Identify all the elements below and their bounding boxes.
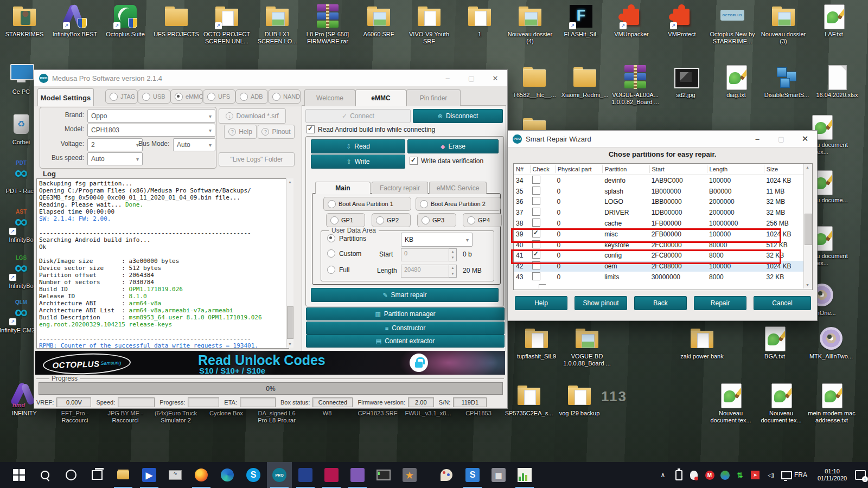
row-checkbox[interactable]	[532, 197, 540, 205]
brand-select[interactable]: Oppo	[87, 110, 215, 123]
taskbar-task-view[interactable]	[85, 462, 110, 488]
taskbar-app-star[interactable]: ★	[397, 462, 422, 488]
busmode-select[interactable]: Auto	[173, 138, 215, 151]
desktop-icon-vmunpacker[interactable]: ↗VMUnpacker	[607, 3, 656, 38]
write-verification-row[interactable]: Write data verification	[410, 157, 483, 165]
read-button[interactable]: ⇩Read	[311, 139, 405, 153]
speaker-icon[interactable]: ◁)	[763, 462, 778, 488]
tab-pin-finder[interactable]: Pin finder	[406, 89, 461, 106]
desktop-icon-tupflashit-sil9[interactable]: tupflashit_SiL9	[512, 325, 561, 360]
clock[interactable]: 01:1001/11/2020	[812, 462, 853, 488]
live-logs-folder-button[interactable]: "Live Logs" Folder	[219, 152, 295, 166]
desktop-icon-octoplus-new-by-starkrime[interactable]: OCTOPLUSOctoplus New by STARKRIME...	[708, 3, 757, 45]
write-verification-checkbox[interactable]	[410, 157, 418, 165]
log-output[interactable]: Backuping fsg partition...Opening C:/Pro…	[36, 178, 289, 349]
model-settings-tab[interactable]: Model Settings	[37, 88, 94, 106]
wizard-close-button[interactable]: ✕	[793, 131, 817, 147]
scroll-up-icon[interactable]: ▲	[286, 178, 293, 185]
desktop-icon-mein-modem-mac-addresse-txt[interactable]: mein modem mac addresse.txt	[807, 382, 856, 424]
start-field[interactable]: 0 ▲▼	[401, 248, 457, 261]
desktop-icon-a6060-srf[interactable]: A6060 SRF	[354, 3, 403, 38]
subtab-main[interactable]: Main	[315, 182, 371, 194]
column-header-start[interactable]: Start	[650, 165, 707, 173]
scroll-down-icon[interactable]: ▼	[286, 341, 293, 348]
table-row-DRIVER[interactable]: 370DRIVER1DB00000200000032 MB	[514, 207, 812, 218]
constructor-button[interactable]: ≡Constructor	[306, 322, 505, 335]
desktop-icon-xiaomi-redmi[interactable]: Xiaomi_Redmi_...	[560, 64, 609, 99]
taskbar-media-player[interactable]: ▶	[137, 462, 162, 488]
log-scrollbar[interactable]: ▲ ▼	[286, 178, 293, 348]
minimize-button[interactable]: –	[436, 70, 459, 86]
taskbar-app-blue[interactable]	[293, 462, 318, 488]
gp-radio-gp4[interactable]: GP4	[463, 213, 502, 227]
read-android-info-row[interactable]: Read Android build info while connecting	[307, 125, 435, 133]
interface-radio-emmc[interactable]: eMMC	[170, 89, 203, 104]
row-checkbox[interactable]	[532, 176, 540, 184]
interface-radio-ufs[interactable]: UFS	[203, 89, 235, 104]
mouse-icon[interactable]	[687, 462, 701, 488]
cancel-button[interactable]: Cancel	[754, 296, 811, 310]
desktop-icon-ufs-projects[interactable]: UFS PROJECTS	[152, 3, 201, 38]
write-button[interactable]: ⇧Write	[311, 155, 405, 169]
interface-radio-jtag[interactable]: JTAG	[105, 89, 138, 104]
desktop-icon-sd2-jpg[interactable]: sd2.jpg	[661, 64, 710, 99]
desktop-icon-16-04-2020-xlsx[interactable]: 16.04.2020.xlsx	[813, 64, 861, 99]
medusa-titlebar[interactable]: PRO Medusa Pro Software version 2.1.4 – …	[34, 70, 507, 87]
tab-welcome[interactable]: Welcome	[304, 89, 355, 106]
gp-radio-gp3[interactable]: GP3	[417, 213, 456, 227]
table-scroll-down-icon[interactable]: ▼	[804, 281, 811, 288]
row-checkbox[interactable]	[532, 272, 540, 280]
interface-radio-adb[interactable]: ADB	[235, 89, 268, 104]
language-indicator[interactable]: FRA	[791, 462, 810, 488]
pinout-button[interactable]: ?Pinout	[258, 125, 295, 139]
chevron-up-icon[interactable]: ∧	[655, 462, 671, 488]
row-checkbox[interactable]	[532, 229, 540, 237]
show-pinout-button[interactable]: Show pinout	[575, 296, 627, 310]
taskbar-app-gray[interactable]: ◼	[486, 462, 511, 488]
partitions-radio-row[interactable]: Partitions	[327, 234, 366, 242]
content-extractor-button[interactable]: ▤Content extractor	[306, 335, 505, 348]
column-header-partition[interactable]: Partition	[603, 165, 649, 173]
connect-arrows-icon[interactable]: ⇅	[733, 462, 747, 488]
table-row-misc[interactable]: 390misc2FB000001000001024 KB	[514, 229, 812, 240]
erase-button[interactable]: ◆Erase	[407, 139, 499, 153]
column-header-check[interactable]: Check	[531, 165, 556, 173]
table-row-cache[interactable]: 380cache1FB0000010000000256 MB	[514, 218, 812, 229]
row-checkbox[interactable]	[532, 251, 540, 259]
desktop-icon-flashit-sil[interactable]: F↗FLASHit_SiL	[557, 3, 605, 38]
table-row-config[interactable]: 410config2FC80000800032 KB	[514, 251, 812, 261]
interface-radio-usb[interactable]: USB	[138, 89, 170, 104]
desktop-icon-octoplus-suite[interactable]: ↗Octoplus Suite	[101, 3, 150, 38]
desktop-icon-disablesmarts[interactable]: DisableSmartS...	[762, 64, 811, 99]
row-checkbox[interactable]	[532, 208, 540, 216]
maximize-button[interactable]: ▢	[459, 70, 483, 86]
octoplus-ad-banner[interactable]: OCTOPLUSSamsung Read Unlock Codes S10 / …	[35, 351, 505, 375]
model-select[interactable]: CPH1803	[87, 124, 215, 137]
boot-area-1-radio[interactable]: Boot Area Partition 1	[323, 197, 411, 211]
column-header-n[interactable]: N#	[514, 165, 531, 173]
desktop-icon-vmprotect[interactable]: ↗VMProtect	[658, 3, 706, 38]
table-scroll-up-icon[interactable]: ▲	[804, 164, 811, 171]
desktop-icon-starkrimes[interactable]: STARKRIMES	[0, 3, 49, 38]
desktop-icon-1[interactable]: 1	[455, 3, 504, 38]
desktop-icon-zaki-power-bank[interactable]: zaki power bank	[678, 325, 726, 360]
connect-button[interactable]: ✓Connect	[305, 109, 411, 123]
row-checkbox[interactable]	[532, 187, 540, 195]
usb-icon[interactable]	[672, 462, 686, 488]
table-row-limits[interactable]: 430limits30000000800032 KB	[514, 272, 812, 282]
desktop-icon-vog-l29-backup[interactable]: vog-l29 backup	[555, 382, 604, 417]
help-button[interactable]: ?Help	[224, 125, 257, 139]
taskbar-edge[interactable]	[215, 462, 240, 488]
taskbar-skype[interactable]: S	[241, 462, 266, 488]
log-scroll-thumb[interactable]	[287, 306, 293, 339]
repair-button[interactable]: Repair	[694, 296, 746, 310]
interface-radio-nand[interactable]: NAND	[268, 89, 301, 104]
gp-radio-gp1[interactable]: GP1	[326, 213, 365, 227]
unit-select[interactable]: KB	[401, 233, 473, 247]
desktop-icon-infinitybox-best[interactable]: ↗InfinityBox BEST	[50, 3, 99, 38]
wizard-titlebar[interactable]: PRO Smart Repair Wizard – ▢ ✕	[508, 131, 817, 147]
desktop-icon-diag-txt[interactable]: diag.txt	[712, 64, 761, 99]
flag-cursor-icon[interactable]: ➤	[748, 462, 762, 488]
taskbar-paint[interactable]	[434, 462, 459, 488]
action-center-icon[interactable]: 1	[854, 462, 867, 488]
